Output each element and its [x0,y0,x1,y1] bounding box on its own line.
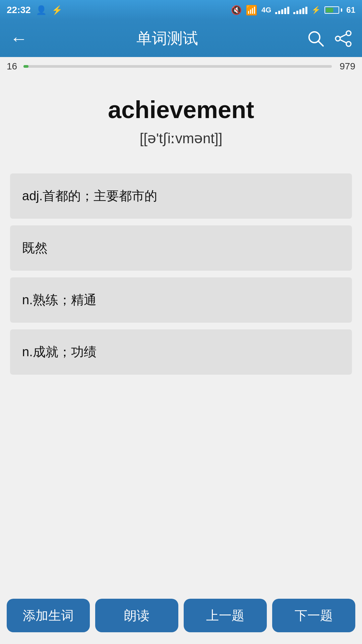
usb-icon: ⚡ [52,5,62,15]
time-display: 22:32 [7,5,31,15]
prev-button[interactable]: 上一题 [184,599,267,632]
progress-current: 16 [7,61,20,72]
svg-line-6 [340,40,347,43]
battery-percent: 61 [346,5,355,15]
svg-point-4 [336,36,340,41]
person-icon: 👤 [36,5,47,15]
read-button[interactable]: 朗读 [95,599,178,632]
share-icon [335,30,352,47]
bottom-bar: 添加生词 朗读 上一题 下一题 [0,590,362,644]
word-text: achievement [13,96,349,123]
read-label: 朗读 [124,607,149,624]
wifi-icon: 📶 [246,5,257,16]
svg-line-5 [340,34,347,38]
svg-line-1 [318,41,323,46]
search-icon [307,30,324,47]
charging-icon: ⚡ [311,6,320,14]
signal-bars-2 [293,6,307,14]
add-word-button[interactable]: 添加生词 [7,599,90,632]
status-bar-right: 🔇 📶 4G ⚡ 61 [231,5,355,16]
add-word-label: 添加生词 [23,607,74,624]
search-button[interactable] [307,30,324,47]
page-title: 单词测试 [136,28,198,49]
options-area: adj.首都的；主要都市的 既然 n.熟练；精通 n.成就；功绩 [0,160,362,388]
phonetic-text: [[ə'tʃiːvmənt]] [13,130,349,147]
svg-point-3 [346,42,351,46]
option-2[interactable]: 既然 [10,225,352,271]
network-label: 4G [261,6,271,14]
share-button[interactable] [335,30,352,47]
prev-label: 上一题 [206,607,244,624]
status-bar-left: 22:32 👤 ⚡ [7,5,62,15]
word-display-area: achievement [[ə'tʃiːvmənt]] [0,76,362,160]
progress-fill [23,65,28,68]
status-bar: 22:32 👤 ⚡ 🔇 📶 4G ⚡ [0,0,362,20]
app-header: ← 单词测试 [0,20,362,57]
next-button[interactable]: 下一题 [272,599,355,632]
mute-icon: 🔇 [231,5,242,15]
progress-bar-area: 16 979 [0,57,362,76]
svg-point-2 [346,31,351,36]
next-label: 下一题 [295,607,333,624]
battery-indicator [324,6,342,14]
progress-track [23,65,332,68]
back-arrow-icon: ← [10,29,27,49]
option-3[interactable]: n.熟练；精通 [10,277,352,323]
back-button[interactable]: ← [10,29,27,49]
header-icons [307,30,352,47]
option-1[interactable]: adj.首都的；主要都市的 [10,173,352,219]
option-4[interactable]: n.成就；功绩 [10,329,352,375]
signal-bars-1 [275,6,289,14]
progress-total: 979 [335,61,355,72]
